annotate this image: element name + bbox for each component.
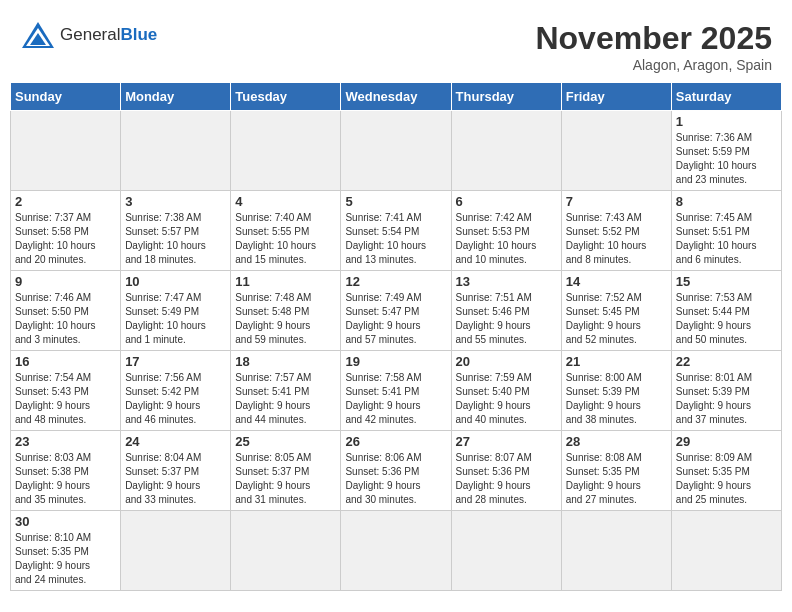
day-info: Sunrise: 7:54 AM Sunset: 5:43 PM Dayligh… <box>15 371 116 427</box>
week-row-2: 2Sunrise: 7:37 AM Sunset: 5:58 PM Daylig… <box>11 191 782 271</box>
week-row-5: 23Sunrise: 8:03 AM Sunset: 5:38 PM Dayli… <box>11 431 782 511</box>
page-header: GeneralBlue November 2025 Alagon, Aragon… <box>10 10 782 78</box>
day-number: 28 <box>566 434 667 449</box>
day-number: 1 <box>676 114 777 129</box>
calendar-cell: 16Sunrise: 7:54 AM Sunset: 5:43 PM Dayli… <box>11 351 121 431</box>
week-row-4: 16Sunrise: 7:54 AM Sunset: 5:43 PM Dayli… <box>11 351 782 431</box>
calendar-cell: 21Sunrise: 8:00 AM Sunset: 5:39 PM Dayli… <box>561 351 671 431</box>
day-number: 18 <box>235 354 336 369</box>
generalblue-logo-icon <box>20 20 56 50</box>
calendar-cell: 17Sunrise: 7:56 AM Sunset: 5:42 PM Dayli… <box>121 351 231 431</box>
day-number: 12 <box>345 274 446 289</box>
calendar-cell <box>11 111 121 191</box>
calendar-cell: 7Sunrise: 7:43 AM Sunset: 5:52 PM Daylig… <box>561 191 671 271</box>
calendar-cell <box>561 111 671 191</box>
logo: GeneralBlue <box>20 20 157 50</box>
day-info: Sunrise: 7:48 AM Sunset: 5:48 PM Dayligh… <box>235 291 336 347</box>
day-number: 11 <box>235 274 336 289</box>
day-info: Sunrise: 7:37 AM Sunset: 5:58 PM Dayligh… <box>15 211 116 267</box>
day-number: 2 <box>15 194 116 209</box>
calendar-cell: 15Sunrise: 7:53 AM Sunset: 5:44 PM Dayli… <box>671 271 781 351</box>
day-info: Sunrise: 7:59 AM Sunset: 5:40 PM Dayligh… <box>456 371 557 427</box>
day-info: Sunrise: 7:46 AM Sunset: 5:50 PM Dayligh… <box>15 291 116 347</box>
calendar-cell: 11Sunrise: 7:48 AM Sunset: 5:48 PM Dayli… <box>231 271 341 351</box>
calendar-cell: 27Sunrise: 8:07 AM Sunset: 5:36 PM Dayli… <box>451 431 561 511</box>
day-number: 5 <box>345 194 446 209</box>
calendar-cell: 23Sunrise: 8:03 AM Sunset: 5:38 PM Dayli… <box>11 431 121 511</box>
location: Alagon, Aragon, Spain <box>535 57 772 73</box>
day-number: 16 <box>15 354 116 369</box>
calendar-cell <box>341 111 451 191</box>
day-number: 25 <box>235 434 336 449</box>
day-info: Sunrise: 7:53 AM Sunset: 5:44 PM Dayligh… <box>676 291 777 347</box>
calendar-cell: 8Sunrise: 7:45 AM Sunset: 5:51 PM Daylig… <box>671 191 781 271</box>
calendar-cell <box>451 511 561 591</box>
day-info: Sunrise: 7:38 AM Sunset: 5:57 PM Dayligh… <box>125 211 226 267</box>
calendar-cell: 12Sunrise: 7:49 AM Sunset: 5:47 PM Dayli… <box>341 271 451 351</box>
calendar-cell: 3Sunrise: 7:38 AM Sunset: 5:57 PM Daylig… <box>121 191 231 271</box>
day-number: 17 <box>125 354 226 369</box>
calendar-cell: 9Sunrise: 7:46 AM Sunset: 5:50 PM Daylig… <box>11 271 121 351</box>
day-info: Sunrise: 7:52 AM Sunset: 5:45 PM Dayligh… <box>566 291 667 347</box>
day-number: 8 <box>676 194 777 209</box>
weekday-header-saturday: Saturday <box>671 83 781 111</box>
day-number: 19 <box>345 354 446 369</box>
day-info: Sunrise: 7:57 AM Sunset: 5:41 PM Dayligh… <box>235 371 336 427</box>
day-info: Sunrise: 8:07 AM Sunset: 5:36 PM Dayligh… <box>456 451 557 507</box>
weekday-header-monday: Monday <box>121 83 231 111</box>
calendar-table: SundayMondayTuesdayWednesdayThursdayFrid… <box>10 82 782 591</box>
day-number: 20 <box>456 354 557 369</box>
day-number: 26 <box>345 434 446 449</box>
week-row-1: 1Sunrise: 7:36 AM Sunset: 5:59 PM Daylig… <box>11 111 782 191</box>
day-info: Sunrise: 8:00 AM Sunset: 5:39 PM Dayligh… <box>566 371 667 427</box>
weekday-header-tuesday: Tuesday <box>231 83 341 111</box>
day-number: 13 <box>456 274 557 289</box>
calendar-cell: 10Sunrise: 7:47 AM Sunset: 5:49 PM Dayli… <box>121 271 231 351</box>
day-number: 22 <box>676 354 777 369</box>
day-info: Sunrise: 7:56 AM Sunset: 5:42 PM Dayligh… <box>125 371 226 427</box>
calendar-cell <box>121 511 231 591</box>
calendar-cell: 6Sunrise: 7:42 AM Sunset: 5:53 PM Daylig… <box>451 191 561 271</box>
day-info: Sunrise: 8:10 AM Sunset: 5:35 PM Dayligh… <box>15 531 116 587</box>
week-row-6: 30Sunrise: 8:10 AM Sunset: 5:35 PM Dayli… <box>11 511 782 591</box>
day-info: Sunrise: 7:58 AM Sunset: 5:41 PM Dayligh… <box>345 371 446 427</box>
calendar-cell <box>561 511 671 591</box>
day-number: 27 <box>456 434 557 449</box>
day-number: 30 <box>15 514 116 529</box>
month-title: November 2025 <box>535 20 772 57</box>
calendar-cell: 22Sunrise: 8:01 AM Sunset: 5:39 PM Dayli… <box>671 351 781 431</box>
day-number: 9 <box>15 274 116 289</box>
day-number: 29 <box>676 434 777 449</box>
calendar-cell: 5Sunrise: 7:41 AM Sunset: 5:54 PM Daylig… <box>341 191 451 271</box>
day-info: Sunrise: 7:43 AM Sunset: 5:52 PM Dayligh… <box>566 211 667 267</box>
day-info: Sunrise: 8:06 AM Sunset: 5:36 PM Dayligh… <box>345 451 446 507</box>
weekday-header-sunday: Sunday <box>11 83 121 111</box>
day-number: 23 <box>15 434 116 449</box>
day-info: Sunrise: 8:01 AM Sunset: 5:39 PM Dayligh… <box>676 371 777 427</box>
day-info: Sunrise: 8:05 AM Sunset: 5:37 PM Dayligh… <box>235 451 336 507</box>
calendar-cell <box>121 111 231 191</box>
day-info: Sunrise: 7:40 AM Sunset: 5:55 PM Dayligh… <box>235 211 336 267</box>
calendar-cell: 19Sunrise: 7:58 AM Sunset: 5:41 PM Dayli… <box>341 351 451 431</box>
calendar-cell: 14Sunrise: 7:52 AM Sunset: 5:45 PM Dayli… <box>561 271 671 351</box>
day-info: Sunrise: 7:41 AM Sunset: 5:54 PM Dayligh… <box>345 211 446 267</box>
weekday-header-friday: Friday <box>561 83 671 111</box>
weekday-header-wednesday: Wednesday <box>341 83 451 111</box>
day-info: Sunrise: 7:49 AM Sunset: 5:47 PM Dayligh… <box>345 291 446 347</box>
day-info: Sunrise: 8:09 AM Sunset: 5:35 PM Dayligh… <box>676 451 777 507</box>
day-info: Sunrise: 7:47 AM Sunset: 5:49 PM Dayligh… <box>125 291 226 347</box>
day-info: Sunrise: 7:42 AM Sunset: 5:53 PM Dayligh… <box>456 211 557 267</box>
day-number: 21 <box>566 354 667 369</box>
day-info: Sunrise: 8:08 AM Sunset: 5:35 PM Dayligh… <box>566 451 667 507</box>
calendar-cell: 25Sunrise: 8:05 AM Sunset: 5:37 PM Dayli… <box>231 431 341 511</box>
day-number: 7 <box>566 194 667 209</box>
calendar-cell <box>231 511 341 591</box>
day-number: 10 <box>125 274 226 289</box>
calendar-cell: 24Sunrise: 8:04 AM Sunset: 5:37 PM Dayli… <box>121 431 231 511</box>
calendar-cell: 29Sunrise: 8:09 AM Sunset: 5:35 PM Dayli… <box>671 431 781 511</box>
weekday-header-thursday: Thursday <box>451 83 561 111</box>
calendar-cell <box>671 511 781 591</box>
calendar-cell: 28Sunrise: 8:08 AM Sunset: 5:35 PM Dayli… <box>561 431 671 511</box>
day-info: Sunrise: 7:51 AM Sunset: 5:46 PM Dayligh… <box>456 291 557 347</box>
calendar-cell: 1Sunrise: 7:36 AM Sunset: 5:59 PM Daylig… <box>671 111 781 191</box>
